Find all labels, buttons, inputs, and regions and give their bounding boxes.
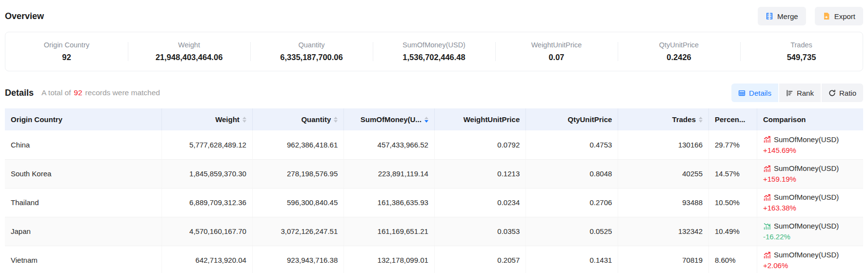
trend-up-chart-icon bbox=[763, 193, 771, 201]
table-row: China5,777,628,489.12962,386,418.61457,4… bbox=[5, 130, 863, 159]
column-header-comparison: Comparison bbox=[757, 108, 863, 130]
stat-value: 549,735 bbox=[740, 53, 863, 62]
comparison-metric-label: SumOfMoney(USD) bbox=[774, 251, 839, 259]
stat-label: SumOfMoney(USD) bbox=[373, 41, 495, 49]
tab-ratio[interactable]: Ratio bbox=[822, 84, 863, 102]
export-button[interactable]: Export bbox=[815, 7, 863, 25]
top-bar: Overview Merge Export bbox=[5, 0, 863, 25]
column-header-inner: QtyUnitPrice bbox=[568, 115, 612, 124]
comparison-change-value: +163.38% bbox=[763, 204, 857, 212]
column-header-inner: Weight bbox=[215, 115, 246, 124]
sort-control[interactable] bbox=[424, 117, 428, 123]
comparison-change-value: +2.06% bbox=[763, 261, 857, 270]
column-header-sum_of_money[interactable]: SumOfMoney(U... bbox=[344, 108, 435, 130]
column-header-weight_unit_price: WeightUnitPrice bbox=[434, 108, 525, 130]
table-header-row: Origin CountryWeightQuantitySumOfMoney(U… bbox=[5, 108, 863, 130]
column-header-inner: Origin Country bbox=[11, 115, 62, 124]
table-row: South Korea1,845,859,370.30278,198,576.9… bbox=[5, 159, 863, 188]
cell-qty_unit_price: 0.8048 bbox=[526, 159, 618, 188]
comparison-cell: SumOfMoney(USD)+145.69% bbox=[763, 135, 857, 154]
stat-label: Weight bbox=[128, 41, 250, 49]
cell-country: Vietnam bbox=[5, 246, 162, 273]
column-header-quantity[interactable]: Quantity bbox=[252, 108, 343, 130]
column-header-trades[interactable]: Trades bbox=[618, 108, 709, 130]
column-header-label: Comparison bbox=[763, 115, 806, 124]
comparison-metric-label: SumOfMoney(USD) bbox=[774, 164, 839, 172]
column-header-inner: Comparison bbox=[763, 115, 806, 124]
cell-sum_of_money: 457,433,966.52 bbox=[344, 130, 435, 159]
comparison-cell: SumOfMoney(USD)+2.06% bbox=[763, 251, 857, 270]
tab-details[interactable]: Details bbox=[731, 84, 778, 102]
cell-country: Japan bbox=[5, 217, 162, 246]
trend-up-chart-icon bbox=[763, 251, 771, 259]
ratio-cycle-icon bbox=[828, 89, 836, 97]
column-header-label: Percen... bbox=[715, 115, 746, 124]
cell-sum_of_money: 161,386,635.93 bbox=[344, 188, 435, 217]
sort-desc-icon bbox=[242, 120, 246, 123]
merge-button[interactable]: Merge bbox=[758, 7, 806, 25]
cell-weight_unit_price: 0.2057 bbox=[434, 246, 525, 273]
details-table: Origin CountryWeightQuantitySumOfMoney(U… bbox=[5, 108, 863, 273]
cell-trades: 93488 bbox=[618, 188, 709, 217]
export-button-label: Export bbox=[834, 12, 855, 21]
details-header-row: Details A total of92records were matched… bbox=[5, 83, 863, 103]
table-grid-icon bbox=[738, 89, 746, 97]
cell-comparison: SumOfMoney(USD)+145.69% bbox=[757, 130, 863, 159]
comparison-metric: SumOfMoney(USD) bbox=[763, 193, 857, 201]
toolbar: Merge Export bbox=[758, 7, 863, 25]
match-summary: A total of92records were matched bbox=[41, 88, 160, 97]
sort-asc-icon bbox=[699, 117, 703, 119]
column-header-qty_unit_price: QtyUnitPrice bbox=[526, 108, 618, 130]
overview-stat: SumOfMoney(USD)1,536,702,446.48 bbox=[373, 41, 495, 62]
cell-qty_unit_price: 0.0525 bbox=[526, 217, 618, 246]
cell-weight: 642,713,920.04 bbox=[162, 246, 253, 273]
column-header-label: WeightUnitPrice bbox=[464, 115, 520, 124]
column-header-inner: SumOfMoney(U... bbox=[361, 115, 428, 124]
cell-comparison: SumOfMoney(USD)+2.06% bbox=[757, 246, 863, 273]
overview-stat: Origin Country92 bbox=[5, 41, 128, 62]
comparison-metric-label: SumOfMoney(USD) bbox=[774, 135, 839, 144]
cell-country: South Korea bbox=[5, 159, 162, 188]
cell-percent: 29.77% bbox=[708, 130, 757, 159]
cell-trades: 132342 bbox=[618, 217, 709, 246]
stat-value: 0.2426 bbox=[618, 53, 740, 62]
column-header-inner: Trades bbox=[672, 115, 703, 124]
details-title: Details bbox=[5, 88, 34, 98]
sort-control[interactable] bbox=[242, 117, 246, 123]
rank-bars-icon bbox=[786, 89, 793, 97]
overview-stat: WeightUnitPrice0.07 bbox=[495, 41, 618, 62]
sort-control[interactable] bbox=[334, 117, 338, 123]
column-header-percent: Percen... bbox=[708, 108, 757, 130]
stat-label: WeightUnitPrice bbox=[495, 41, 618, 49]
cell-weight: 5,777,628,489.12 bbox=[162, 130, 253, 159]
sort-desc-icon bbox=[699, 120, 703, 123]
overview-page: Overview Merge Export Origin Country92We… bbox=[0, 0, 868, 273]
sort-control[interactable] bbox=[699, 117, 703, 123]
column-header-label: Quantity bbox=[301, 115, 331, 124]
overview-stat: Quantity6,335,187,700.06 bbox=[250, 41, 373, 62]
comparison-metric: SumOfMoney(USD) bbox=[763, 222, 857, 230]
export-file-icon bbox=[823, 12, 830, 20]
cell-quantity: 3,072,126,247.51 bbox=[252, 217, 343, 246]
column-header-label: Origin Country bbox=[11, 115, 62, 124]
cell-quantity: 962,386,418.61 bbox=[252, 130, 343, 159]
comparison-metric: SumOfMoney(USD) bbox=[763, 135, 857, 144]
cell-sum_of_money: 223,891,119.14 bbox=[344, 159, 435, 188]
sort-desc-icon bbox=[334, 120, 338, 123]
cell-percent: 10.49% bbox=[708, 217, 757, 246]
stat-value: 1,536,702,446.48 bbox=[373, 53, 495, 62]
comparison-change-value: +159.19% bbox=[763, 175, 857, 183]
table-row: Vietnam642,713,920.04923,943,716.38132,1… bbox=[5, 246, 863, 273]
cell-quantity: 923,943,716.38 bbox=[252, 246, 343, 273]
cell-comparison: SumOfMoney(USD)+163.38% bbox=[757, 188, 863, 217]
tab-label: Ratio bbox=[839, 89, 856, 97]
cell-sum_of_money: 132,178,099.01 bbox=[344, 246, 435, 273]
tab-rank[interactable]: Rank bbox=[779, 84, 821, 102]
comparison-change-value: +145.69% bbox=[763, 146, 857, 154]
trend-up-chart-icon bbox=[763, 165, 771, 172]
column-header-weight[interactable]: Weight bbox=[162, 108, 253, 130]
cell-trades: 70819 bbox=[618, 246, 709, 273]
column-header-country: Origin Country bbox=[5, 108, 162, 130]
cell-trades: 40255 bbox=[618, 159, 709, 188]
page-title: Overview bbox=[5, 11, 44, 21]
